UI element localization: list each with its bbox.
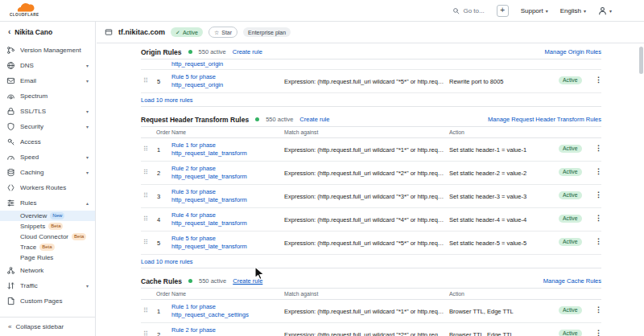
rule-name-link[interactable]: Rule 5 for phasehttp_request_origin — [171, 73, 283, 88]
dns-icon — [6, 61, 15, 70]
rule-name-line1: Rule 5 for phase — [171, 73, 283, 81]
collapse-sidebar-button[interactable]: « Collapse sidebar — [0, 317, 95, 336]
support-menu[interactable]: Support ▾ — [521, 7, 548, 14]
rule-name-link[interactable]: Rule 2 for phasehttp_request_cache_setti… — [171, 326, 283, 336]
sidebar-item-speed[interactable]: Speed▾ — [0, 150, 95, 165]
status-badge: Active — [559, 168, 582, 176]
load-more-link[interactable]: Load 10 more rules — [141, 258, 193, 265]
zone-active-badge: ✓ Active — [171, 27, 203, 37]
manage-rules-link[interactable]: Manage Cache Rules — [543, 277, 601, 285]
kebab-menu-icon[interactable]: ⋮ — [595, 237, 602, 245]
sidebar-item-page-rules[interactable]: Page Rules — [0, 252, 95, 263]
cloudflare-logo[interactable]: CLOUDFLARE — [10, 3, 39, 18]
column-order: Order — [156, 291, 170, 297]
rules-icon — [6, 199, 15, 207]
active-count: 550 active — [266, 116, 293, 123]
kebab-menu-icon[interactable]: ⋮ — [595, 329, 602, 336]
kebab-menu-icon[interactable]: ⋮ — [595, 305, 602, 313]
sidebar-item-security[interactable]: Security▾ — [0, 119, 95, 134]
sidebar-item-version-management[interactable]: Version Management — [0, 43, 95, 58]
sidebar-item-ssl-tls[interactable]: SSL/TLS▾ — [0, 104, 95, 119]
kebab-menu-icon[interactable]: ⋮ — [595, 167, 602, 175]
create-rule-link[interactable]: Create rule — [299, 116, 329, 123]
star-button[interactable]: ☆ Star — [208, 27, 237, 38]
sidebar-item-trace[interactable]: TraceBeta — [0, 242, 95, 252]
ssl-tls-icon — [6, 107, 15, 116]
rule-name-link[interactable]: Rule 5 for phasehttp_request_late_transf… — [171, 235, 283, 250]
chevron-left-icon: ‹ — [8, 29, 10, 35]
sidebar-item-access[interactable]: Access — [0, 134, 95, 150]
status-badge: Active — [559, 238, 582, 246]
drag-handle-icon[interactable]: ⠿ — [143, 307, 148, 314]
rule-name-link[interactable]: Rule 4 for phasehttp_request_late_transf… — [171, 211, 283, 227]
rule-order: 3 — [157, 193, 160, 200]
kebab-menu-icon[interactable]: ⋮ — [595, 144, 602, 152]
sidebar-item-spectrum[interactable]: Spectrum — [0, 88, 95, 104]
drag-handle-icon[interactable]: ⠿ — [143, 145, 148, 153]
account-back-link[interactable]: ‹ Nikita Cano — [0, 22, 95, 41]
rule-name-link[interactable]: Rule 3 for phasehttp_request_late_transf… — [171, 188, 283, 203]
rule-name-link[interactable]: Rule 2 for phasehttp_request_late_transf… — [171, 165, 283, 180]
rule-name-link[interactable]: Rule 1 for phasehttp_request_cache_setti… — [171, 303, 283, 318]
sidebar-item-label: Security — [20, 123, 81, 130]
kebab-menu-icon[interactable]: ⋮ — [595, 214, 602, 222]
table-row: ⠿4Rule 4 for phasehttp_request_late_tran… — [141, 208, 601, 232]
drag-handle-icon[interactable]: ⠿ — [143, 215, 148, 223]
sidebar-item-rules[interactable]: Rules▴ — [0, 195, 95, 211]
sidebar-item-cloud-connector[interactable]: Cloud ConnectorBeta — [0, 232, 95, 242]
scrollbar-thumb[interactable] — [639, 47, 643, 74]
rule-name-link[interactable]: http_request_origin — [171, 60, 223, 68]
sidebar-item-snippets[interactable]: SnippetsBeta — [0, 221, 95, 232]
caching-icon — [6, 168, 15, 177]
load-more-link[interactable]: Load 10 more rules — [141, 96, 193, 104]
sidebar-subitem-label: Cloud Connector — [20, 233, 68, 240]
rule-match-expression: Expression: (http.request.full_uri wildc… — [284, 331, 445, 336]
sidebar-item-custom-pages[interactable]: Custom Pages — [0, 293, 95, 309]
sidebar-item-overview[interactable]: OverviewNew — [0, 211, 95, 221]
access-icon — [6, 137, 15, 146]
account-name: Nikita Cano — [14, 28, 52, 36]
kebab-menu-icon[interactable]: ⋮ — [595, 191, 602, 199]
chevron-down-icon: ▾ — [86, 124, 89, 129]
language-menu[interactable]: English ▾ — [560, 7, 586, 14]
table-row: ⠿1Rule 1 for phasehttp_request_late_tran… — [141, 138, 601, 162]
drag-handle-icon[interactable]: ⠿ — [143, 77, 148, 84]
manage-rules-link[interactable]: Manage Origin Rules — [545, 48, 601, 55]
create-rule-link[interactable]: Create rule — [233, 277, 262, 285]
column-match-against: Match against — [284, 129, 318, 135]
status-badge: Active — [559, 215, 582, 223]
kebab-menu-icon[interactable]: ⋮ — [595, 76, 602, 84]
create-rule-link[interactable]: Create rule — [233, 48, 262, 55]
rule-name-link[interactable]: Rule 1 for phasehttp_request_late_transf… — [171, 141, 283, 157]
sidebar-item-label: Custom Pages — [20, 297, 89, 305]
sidebar-item-traffic[interactable]: Traffic▾ — [0, 278, 95, 293]
sidebar-item-network[interactable]: Network — [0, 263, 95, 278]
sidebar-item-dns[interactable]: DNS▾ — [0, 58, 95, 73]
sidebar-item-caching[interactable]: Caching▾ — [0, 165, 95, 180]
rule-order: 4 — [157, 216, 160, 223]
chevron-down-icon: ▾ — [609, 8, 612, 14]
manage-rules-link[interactable]: Manage Request Header Transform Rules — [488, 116, 601, 123]
version-management-icon — [6, 46, 15, 55]
clipped-rule-row: http_request_origin — [141, 59, 601, 70]
load-more-row: Load 10 more rules — [141, 93, 601, 107]
rule-order: 1 — [157, 308, 160, 315]
sidebar-item-workers-routes[interactable]: Workers Routes — [0, 180, 95, 195]
chevron-down-icon: ▾ — [584, 8, 586, 14]
account-menu[interactable]: ▾ — [598, 6, 612, 15]
rule-name-line1: Rule 5 for phase — [171, 235, 283, 243]
drag-handle-icon[interactable]: ⠿ — [143, 239, 148, 246]
drag-handle-icon[interactable]: ⠿ — [143, 169, 148, 176]
rule-name-line1: Rule 2 for phase — [171, 326, 283, 334]
rule-name-line1: Rule 3 for phase — [171, 188, 283, 196]
chevron-down-icon: ▾ — [86, 78, 89, 84]
sidebar-item-label: Rules — [20, 199, 81, 207]
drag-handle-icon[interactable]: ⠿ — [143, 330, 148, 336]
add-button[interactable]: + — [497, 5, 509, 17]
rule-name-line2: http_request_late_transform — [171, 219, 283, 227]
drag-handle-icon[interactable]: ⠿ — [143, 192, 148, 199]
goto-search[interactable]: Go to... — [452, 7, 484, 14]
sidebar-item-email[interactable]: Email▾ — [0, 73, 95, 88]
rule-name-line2: http_request_late_transform — [171, 196, 283, 204]
rule-order: 5 — [157, 78, 160, 85]
